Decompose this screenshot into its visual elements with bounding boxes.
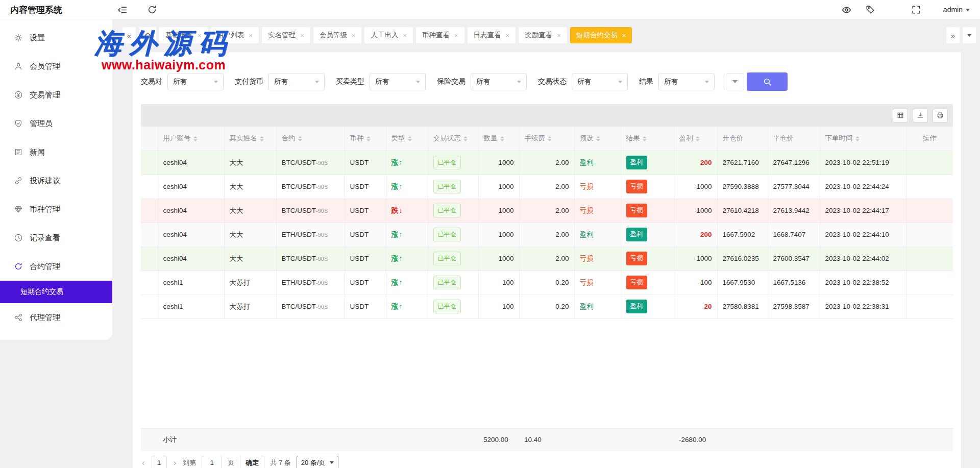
column-settings-button[interactable] [893, 109, 908, 122]
cell-result: 亏损 [621, 175, 674, 199]
sidebar-collapse-button[interactable] [117, 5, 127, 15]
tab-close-icon[interactable]: × [557, 32, 561, 39]
tab-close-icon[interactable]: × [454, 32, 458, 39]
sidebar-item-label: 新闻 [30, 147, 45, 157]
table-body: ceshi04 大大 BTC/USDT-90S USDT 涨↑ 已平仓 1000… [141, 151, 953, 318]
cell-select [141, 199, 158, 223]
tab[interactable]: 币种查看 × [416, 27, 464, 43]
column-account[interactable]: 用户账号 [158, 127, 224, 151]
tabs-menu-button[interactable] [963, 27, 976, 43]
column-profit[interactable]: 盈利 [674, 127, 717, 151]
sidebar-subitem-short-term-contract[interactable]: 短期合约交易 [0, 281, 112, 303]
column-qty[interactable]: 数量 [478, 127, 519, 151]
tab-close-icon[interactable]: × [198, 32, 202, 39]
cell-realname: 大大 [224, 175, 276, 199]
tabbar: « 基础设置 × 用户列表 × 实名管理 × [122, 26, 976, 45]
filter-select[interactable]: 所有 [167, 73, 224, 90]
cell-open-price: 1667.9530 [717, 270, 768, 294]
sidebar-item-contracts[interactable]: 合约管理 [0, 252, 112, 281]
sort-icon [548, 136, 552, 141]
chevron-down-icon [966, 9, 970, 11]
column-contract[interactable]: 合约 [276, 127, 345, 151]
cell-preset: 盈利 [574, 223, 621, 247]
filter-select[interactable]: 所有 [268, 73, 325, 90]
filter-select-value: 所有 [375, 77, 389, 86]
contract-icon [14, 262, 22, 270]
next-page-button[interactable]: › [173, 458, 178, 468]
fullscreen-button[interactable] [912, 5, 921, 14]
tab[interactable]: 人工出入 × [364, 27, 413, 43]
cell-preset: 亏损 [574, 247, 621, 270]
status-badge: 已平仓 [433, 252, 461, 265]
cell-contract: BTC/USDT-90S [276, 294, 345, 318]
cell-status: 已平仓 [428, 247, 478, 270]
search-button[interactable] [747, 72, 788, 91]
user-menu[interactable]: admin [943, 6, 970, 14]
current-page-button[interactable]: 1 [152, 456, 167, 468]
filter-group: 交易对 所有 [141, 73, 224, 90]
home-tab[interactable] [139, 27, 156, 43]
tag-button[interactable] [866, 5, 875, 14]
cell-coin: USDT [345, 270, 386, 294]
filter-bar: 交易对 所有 支付货币 所有 [141, 72, 953, 91]
sidebar-item-currencies[interactable]: 币种管理 [0, 195, 112, 224]
sidebar-item-news[interactable]: 新闻 [0, 138, 112, 166]
column-fee[interactable]: 手续费 [519, 127, 574, 151]
cell-status: 已平仓 [428, 270, 478, 294]
cell-result: 盈利 [621, 294, 674, 318]
tab-close-icon[interactable]: × [352, 32, 356, 39]
tab[interactable]: 短期合约交易 × [570, 27, 632, 43]
tab-close-icon[interactable]: × [506, 32, 510, 39]
column-order-time[interactable]: 下单时间 [820, 127, 906, 151]
column-realname[interactable]: 真实姓名 [224, 127, 276, 151]
theme-button[interactable] [842, 5, 851, 15]
tab-close-icon[interactable]: × [300, 32, 304, 39]
filter-select-value: 所有 [173, 77, 187, 86]
sidebar-item-records[interactable]: 记录查看 [0, 224, 112, 252]
prev-page-button[interactable]: ‹ [141, 458, 146, 468]
tab[interactable]: 奖励查看 × [519, 27, 567, 43]
sidebar-item-agents[interactable]: 代理管理 [0, 303, 112, 332]
cell-account: ceshi04 [158, 151, 224, 175]
tabs-scroll-right-button[interactable]: » [946, 27, 960, 43]
cell-qty: 1000 [478, 247, 519, 270]
export-button[interactable] [913, 109, 928, 122]
sidebar-item-feedback[interactable]: 投诉建议 [0, 166, 112, 195]
filter-select[interactable]: 所有 [658, 73, 715, 90]
column-preset[interactable]: 预设 [574, 127, 621, 151]
column-coin[interactable]: 币种 [345, 127, 386, 151]
goto-page-input[interactable] [202, 456, 222, 468]
tab-close-icon[interactable]: × [622, 32, 626, 39]
filter-select[interactable]: 所有 [471, 73, 527, 90]
tab[interactable]: 实名管理 × [262, 27, 310, 43]
filter-select[interactable]: 所有 [572, 73, 628, 90]
tab[interactable]: 日志查看 × [468, 27, 516, 43]
goto-confirm-button[interactable]: 确定 [240, 456, 264, 468]
main-area: « 基础设置 × 用户列表 × 实名管理 × [122, 19, 980, 468]
tab[interactable]: 基础设置 × [159, 27, 208, 43]
print-button[interactable] [933, 109, 948, 122]
filter-select-value: 所有 [274, 77, 288, 86]
cell-open-price: 27610.4218 [717, 199, 768, 223]
cell-order-time: 2023-10-02 22:44:17 [820, 199, 906, 223]
tab-close-icon[interactable]: × [403, 32, 407, 39]
tab-close-icon[interactable]: × [249, 32, 253, 39]
cell-profit: -100 [674, 270, 717, 294]
column-status[interactable]: 交易状态 [428, 127, 478, 151]
filter-select[interactable]: 所有 [370, 73, 426, 90]
table-row: ceshi1 大苏打 BTC/USDT-90S USDT 涨↑ 已平仓 100 … [141, 294, 953, 318]
column-type[interactable]: 类型 [386, 127, 428, 151]
refresh-button[interactable] [148, 5, 157, 14]
page-size-select[interactable]: 20 条/页 [297, 456, 338, 468]
filter-group: 交易状态 所有 [538, 73, 628, 90]
sidebar-item-transactions[interactable]: 交易管理 [0, 81, 112, 109]
tab[interactable]: 会员等级 × [313, 27, 362, 43]
column-result[interactable]: 结果 [621, 127, 674, 151]
tabs-scroll-left-button[interactable]: « [122, 27, 136, 43]
tab[interactable]: 用户列表 × [211, 27, 259, 43]
cell-actions [906, 270, 953, 294]
sidebar-item-admins[interactable]: 管理员 [0, 109, 112, 138]
sidebar-item-members[interactable]: 会员管理 [0, 52, 112, 81]
expand-filters-button[interactable] [726, 73, 744, 90]
sidebar-item-settings[interactable]: 设置 [0, 23, 112, 52]
